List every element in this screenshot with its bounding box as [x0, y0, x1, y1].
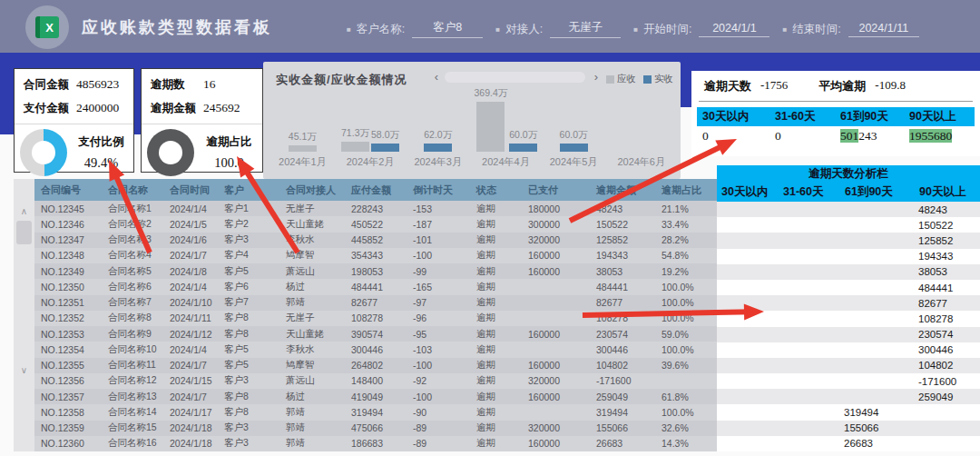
paid-amount-value: 2400000: [76, 101, 119, 116]
column-header: 合同名称: [102, 183, 163, 197]
filter-value-field[interactable]: 2024/1/11: [848, 22, 919, 37]
column-header: 客户: [218, 183, 279, 197]
analysis-row: 48243: [717, 202, 980, 217]
chart-legend: 应收实收: [599, 73, 673, 85]
table-cell: 客户1: [218, 203, 279, 215]
overdue-days-label: 逾期天数: [704, 78, 751, 94]
table-cell: 319494: [590, 407, 655, 418]
analysis-table-title: 逾期天数分析栏: [717, 165, 980, 182]
table-cell: -101: [407, 234, 470, 245]
overdue-summary-card: 逾期数 16 逾期金额 245692 逾期占比 100.0: [141, 68, 263, 173]
bullet-square-icon: ■: [347, 25, 351, 34]
table-cell: NO.12357: [34, 392, 102, 402]
analysis-cell: 300446: [915, 344, 980, 355]
bar-实收: 58.0万: [371, 129, 399, 152]
table-cell: 100.0%: [655, 407, 717, 418]
table-cell: 475066: [345, 422, 407, 433]
filter-value-field[interactable]: 客户8: [412, 20, 483, 38]
payment-ratio-donut-chart: [20, 129, 67, 176]
table-cell: 104802: [590, 360, 655, 371]
overdue-ratio-label: 逾期占比: [200, 134, 259, 150]
table-cell: 合同名称12: [102, 374, 163, 387]
plain-digits: 243: [858, 129, 877, 143]
table-cell: 194343: [590, 250, 655, 261]
table-cell: 300446: [345, 344, 407, 355]
scroll-up-icon[interactable]: ∧: [14, 206, 34, 216]
chart-scroll-left-icon[interactable]: ‹: [430, 71, 443, 84]
card-row: 合同金额 4856923: [15, 69, 133, 93]
bullet-square-icon: ■: [495, 25, 500, 34]
table-cell: 48243: [590, 203, 655, 214]
table-cell: 客户5: [218, 359, 279, 372]
table-cell: 郭靖: [279, 421, 345, 434]
bar-rect-实收: [560, 144, 588, 152]
table-cell: NO.12360: [34, 438, 102, 449]
table-cell: 300000: [522, 219, 590, 230]
table-cell: 100.0%: [655, 297, 717, 308]
table-cell: -100: [407, 250, 470, 261]
payable-amount: 198053: [351, 266, 383, 277]
divider: [699, 101, 973, 102]
table-cell: -92: [407, 375, 470, 386]
highlighted-digits: 501: [840, 129, 858, 143]
bar-group: 45.1万: [269, 131, 337, 152]
table-cell: 逾期: [470, 343, 522, 356]
table-cell: -100: [407, 360, 470, 371]
table-cell: 198053: [345, 266, 407, 277]
table-cell: -187: [407, 219, 470, 230]
table-cell: -100: [407, 392, 470, 402]
analysis-row: 319494: [717, 404, 980, 420]
table-cell: 合同名称6: [102, 281, 163, 293]
table-cell: 28.2%: [655, 234, 717, 245]
table-cell: 逾期: [470, 218, 522, 231]
card-row: 逾期金额 245692: [142, 93, 262, 116]
chart-scrollbar[interactable]: [445, 72, 585, 83]
filter-item: ■对接人:无崖子: [495, 20, 621, 38]
analysis-row: 155066: [717, 421, 980, 436]
table-cell: 100.0%: [655, 344, 717, 355]
table-cell: 39.6%: [655, 360, 717, 371]
table-cell: 264802: [345, 360, 407, 371]
analysis-cell: 230574: [915, 329, 980, 340]
table-cell: 客户8: [218, 406, 279, 419]
payable-amount: 108278: [351, 312, 383, 323]
table-cell: 484441: [590, 282, 655, 292]
payment-ratio-value: 49.4%: [73, 155, 130, 171]
table-cell: 李秋水: [279, 343, 345, 356]
bar-chart-plot: 45.1万71.3万58.0万62.0万369.4万60.0万60.0万: [269, 91, 675, 152]
scroll-down-icon[interactable]: ∨: [14, 365, 34, 375]
table-cell: 19.2%: [655, 266, 717, 277]
column-header: 已支付: [522, 183, 590, 197]
table-cell: NO.12354: [34, 344, 102, 355]
category-label: 2024年6月: [607, 155, 675, 169]
table-cell: 2024/1/15: [163, 375, 218, 386]
overdue-ratio-donut-chart: [147, 129, 194, 176]
table-cell: 61.8%: [655, 392, 717, 402]
category-label: 2024年5月: [540, 155, 608, 169]
table-cell: 26683: [590, 438, 655, 449]
bar-group: 71.3万58.0万: [337, 127, 405, 152]
table-cell: 客户3: [218, 421, 279, 434]
table-cell: NO.12350: [34, 282, 102, 292]
bar-value-label: 369.4万: [474, 87, 507, 100]
payable-amount: 390574: [351, 329, 383, 340]
table-cell: 无崖子: [279, 203, 345, 215]
analysis-column-header: 61到90天: [840, 184, 915, 200]
filter-value-field[interactable]: 2024/1/1: [699, 22, 769, 37]
scrollbar-thumb[interactable]: [16, 221, 32, 244]
filter-value-field[interactable]: 无崖子: [550, 20, 621, 38]
table-row: NO.12359合同名称152024/1/18客户3郭靖475066-89逾期3…: [34, 421, 717, 436]
table-cell: 2024/1/5: [163, 219, 218, 230]
table-cell: 逾期: [470, 421, 522, 434]
table-row: NO.12356合同名称122024/1/15客户3萧远山148400-92逾期…: [34, 373, 717, 389]
table-cell: 2024/1/7: [163, 360, 218, 371]
legend-label: 应收: [617, 73, 636, 85]
table-cell: 160000: [522, 266, 590, 277]
column-header: 合同时间: [163, 183, 218, 197]
table-cell: 客户5: [218, 265, 279, 278]
table-scrollbar[interactable]: ∧ ∨: [14, 179, 34, 451]
bucket-header-cell: 61到90天: [835, 109, 904, 124]
table-cell: 逾期: [470, 249, 522, 262]
bar-value-label: 45.1万: [289, 131, 317, 144]
analysis-row: 150522: [717, 217, 980, 233]
